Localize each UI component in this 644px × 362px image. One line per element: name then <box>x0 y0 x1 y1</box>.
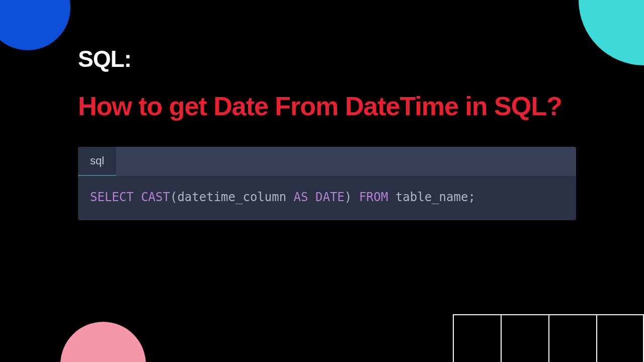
close-paren: ) <box>345 190 352 204</box>
code-tab-bar: sql <box>78 147 576 176</box>
semicolon: ; <box>468 190 475 204</box>
decoration-pink-circle <box>60 322 146 362</box>
grid-cell <box>453 314 501 362</box>
code-tab-sql[interactable]: sql <box>78 147 116 176</box>
keyword-select: SELECT <box>90 190 134 204</box>
keyword-from: FROM <box>359 190 388 204</box>
identifier-table: table_name <box>395 190 468 204</box>
decoration-blue-circle <box>0 0 70 50</box>
function-cast: CAST <box>141 190 170 204</box>
grid-cell <box>501 314 548 362</box>
title-prefix: SQL: <box>78 45 579 72</box>
main-content: SQL: How to get Date From DateTime in SQ… <box>78 45 579 220</box>
keyword-date: DATE <box>315 190 345 204</box>
open-paren: ( <box>170 190 177 204</box>
decoration-grid <box>453 314 644 362</box>
keyword-as: AS <box>294 190 308 204</box>
grid-cell <box>548 314 596 362</box>
title-main: How to get Date From DateTime in SQL? <box>78 86 579 126</box>
grid-cell <box>596 314 644 362</box>
decoration-cyan-quarter <box>579 0 644 65</box>
code-block: sql SELECT CAST(datetime_column AS DATE)… <box>78 147 576 220</box>
code-body: SELECT CAST(datetime_column AS DATE) FRO… <box>78 176 576 220</box>
identifier-column: datetime_column <box>177 190 286 204</box>
